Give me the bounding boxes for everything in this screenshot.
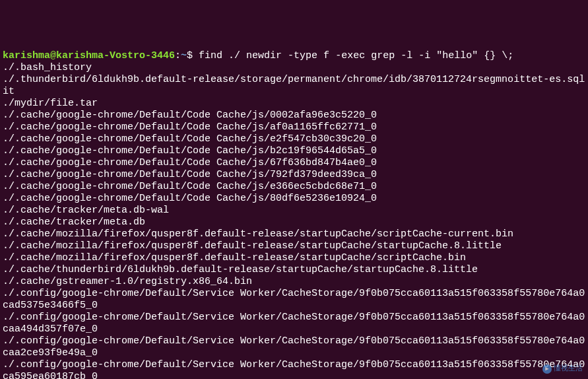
watermark-icon: ▶ <box>542 364 552 374</box>
terminal-window[interactable]: karishma@karishma-Vostro-3446:~$ find ./… <box>3 50 585 379</box>
prompt-separator: : <box>175 50 181 61</box>
prompt-dollar: $ <box>187 50 199 61</box>
prompt-path: ~ <box>181 50 187 61</box>
watermark-text: 懂视生活 <box>554 364 583 373</box>
prompt-user-host: karishma@karishma-Vostro-3446 <box>3 50 175 61</box>
command-input[interactable]: find ./ newdir -type f -exec grep -l -i … <box>199 50 513 61</box>
terminal-output: ./.bash_history ./.thunderbird/6ldukh9b.… <box>3 62 585 379</box>
watermark: ▶ 懂视生活 <box>542 364 583 374</box>
